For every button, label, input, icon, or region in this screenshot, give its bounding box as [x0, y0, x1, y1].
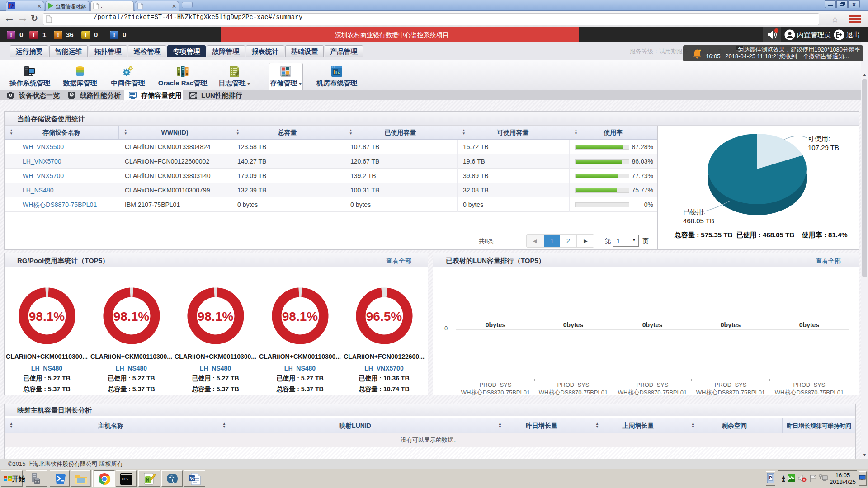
svg-text:已使用:: 已使用: — [683, 208, 705, 216]
svg-text:可使用:: 可使用: — [808, 135, 830, 142]
svg-text:P: P — [769, 475, 772, 480]
svg-text:W: W — [190, 476, 195, 481]
svg-text:468.05 TB: 468.05 TB — [683, 217, 714, 225]
svg-text:107.29 TB: 107.29 TB — [808, 144, 839, 151]
svg-text:C:\_: C:\_ — [122, 477, 130, 481]
